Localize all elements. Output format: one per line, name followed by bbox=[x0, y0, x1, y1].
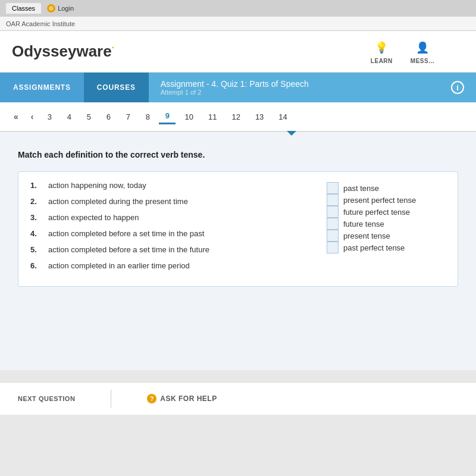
page-9[interactable]: 9 bbox=[159, 109, 176, 124]
app-logo: Odysseyware· bbox=[12, 42, 371, 61]
bottom-divider bbox=[111, 390, 111, 408]
assignment-bar: Assignment - 4. Quiz 1: Parts of Speech … bbox=[149, 73, 476, 102]
match-num-1: 1. bbox=[30, 181, 42, 190]
page-3[interactable]: 3 bbox=[41, 110, 58, 124]
bottom-bar: NEXT QUESTION ? ASK FOR HELP bbox=[0, 382, 476, 415]
page-12[interactable]: 12 bbox=[226, 110, 246, 124]
page-8[interactable]: 8 bbox=[139, 110, 156, 124]
page-10[interactable]: 10 bbox=[178, 110, 199, 124]
answer-item-1: past tense bbox=[327, 182, 446, 194]
learn-icon: 💡 bbox=[373, 39, 390, 56]
matching-container: 1. action happening now, today 2. action… bbox=[18, 171, 458, 287]
definitions-column: 1. action happening now, today 2. action… bbox=[30, 181, 315, 277]
answer-box-4[interactable] bbox=[327, 218, 339, 230]
match-item-6: 6. action completed in an earlier time p… bbox=[30, 261, 315, 270]
header-icons: 💡 LEARN 👤 MESS... bbox=[371, 39, 434, 64]
question-instruction: Match each definition to the correct ver… bbox=[18, 150, 458, 159]
answer-item-2: present perfect tense bbox=[327, 194, 446, 206]
ask-for-help-label: ASK FOR HELP bbox=[160, 394, 217, 403]
browser-bar: Classes ⊙ Login bbox=[0, 0, 476, 17]
match-item-2: 2. action completed during the present t… bbox=[30, 197, 315, 206]
info-icon-button[interactable]: i bbox=[451, 81, 464, 94]
answer-label-6: past perfect tense bbox=[343, 243, 405, 252]
assignment-title: Assignment - 4. Quiz 1: Parts of Speech bbox=[161, 79, 309, 89]
answer-label-3: future perfect tense bbox=[343, 208, 410, 217]
pagination-first[interactable]: « bbox=[9, 109, 23, 124]
ask-for-help-button[interactable]: ? ASK FOR HELP bbox=[147, 394, 217, 403]
match-def-1: action happening now, today bbox=[48, 181, 315, 190]
matching-columns: 1. action happening now, today 2. action… bbox=[30, 181, 446, 277]
answer-box-6[interactable] bbox=[327, 242, 339, 253]
answer-label-5: present tense bbox=[343, 231, 390, 240]
answer-item-6: past perfect tense bbox=[327, 242, 446, 253]
nav-courses[interactable]: COURSES bbox=[84, 73, 149, 102]
match-def-3: action expected to happen bbox=[48, 213, 315, 222]
address-bar: OAR Academic Institute bbox=[0, 17, 476, 31]
answer-label-4: future tense bbox=[343, 220, 384, 228]
match-num-3: 3. bbox=[30, 213, 42, 222]
match-def-5: action completed before a set time in th… bbox=[48, 245, 315, 254]
answer-box-1[interactable] bbox=[327, 182, 339, 194]
nav-bar: ASSIGNMENTS COURSES Assignment - 4. Quiz… bbox=[0, 73, 476, 102]
page-5[interactable]: 5 bbox=[80, 110, 97, 124]
answer-box-5[interactable] bbox=[327, 230, 339, 242]
match-num-2: 2. bbox=[30, 197, 42, 206]
match-num-4: 4. bbox=[30, 229, 42, 238]
answer-box-2[interactable] bbox=[327, 194, 339, 206]
next-question-button[interactable]: NEXT QUESTION bbox=[18, 395, 75, 402]
match-def-4: action completed before a set time in th… bbox=[48, 229, 315, 238]
help-icon: ? bbox=[147, 394, 156, 403]
page-14[interactable]: 14 bbox=[273, 110, 293, 124]
answer-item-3: future perfect tense bbox=[327, 206, 446, 218]
browser-tab-classes[interactable]: Classes bbox=[6, 3, 41, 14]
pagination-prev[interactable]: ‹ bbox=[26, 109, 39, 124]
messages-icon: 👤 bbox=[414, 39, 431, 56]
answer-item-5: present tense bbox=[327, 230, 446, 242]
assignment-info: Assignment - 4. Quiz 1: Parts of Speech … bbox=[161, 79, 309, 96]
page-7[interactable]: 7 bbox=[120, 110, 136, 124]
answer-box-3[interactable] bbox=[327, 206, 339, 218]
match-item-4: 4. action completed before a set time in… bbox=[30, 229, 315, 238]
login-icon: ⊙ bbox=[47, 4, 55, 12]
learn-button[interactable]: 💡 LEARN bbox=[371, 39, 393, 64]
match-def-6: action completed in an earlier time peri… bbox=[48, 261, 315, 270]
match-item-1: 1. action happening now, today bbox=[30, 181, 315, 190]
match-item-5: 5. action completed before a set time in… bbox=[30, 245, 315, 254]
pagination-bar: « ‹ 3 4 5 6 7 8 9 10 11 12 13 14 bbox=[0, 102, 476, 132]
page-4[interactable]: 4 bbox=[61, 110, 77, 124]
match-num-5: 5. bbox=[30, 245, 42, 254]
nav-assignments[interactable]: ASSIGNMENTS bbox=[0, 73, 84, 102]
page-6[interactable]: 6 bbox=[100, 110, 117, 124]
answers-column: past tense present perfect tense future … bbox=[327, 181, 446, 277]
answer-label-2: present perfect tense bbox=[343, 196, 416, 205]
page-11[interactable]: 11 bbox=[202, 110, 223, 124]
match-item-3: 3. action expected to happen bbox=[30, 213, 315, 222]
assignment-attempt: Attempt 1 of 2 bbox=[161, 89, 309, 96]
page-arrow bbox=[287, 131, 296, 136]
match-def-2: action completed during the present time bbox=[48, 197, 315, 206]
main-content: Match each definition to the correct ver… bbox=[0, 132, 476, 370]
answer-item-4: future tense bbox=[327, 218, 446, 230]
answer-label-1: past tense bbox=[343, 184, 379, 193]
match-num-6: 6. bbox=[30, 261, 42, 270]
messages-button[interactable]: 👤 MESS... bbox=[411, 39, 434, 64]
app-header: Odysseyware· 💡 LEARN 👤 MESS... bbox=[0, 31, 476, 73]
page-13[interactable]: 13 bbox=[249, 110, 270, 124]
login-button[interactable]: ⊙ Login bbox=[47, 4, 74, 12]
